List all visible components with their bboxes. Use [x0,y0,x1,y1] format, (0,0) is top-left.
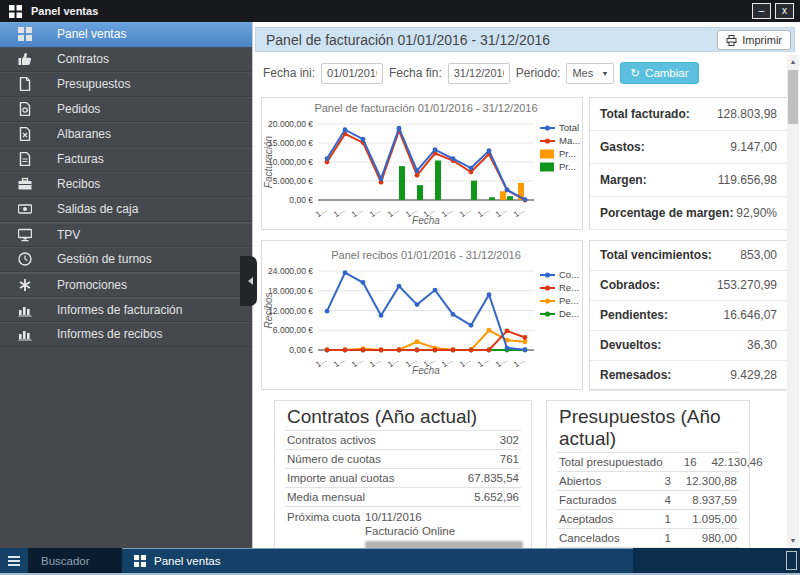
periodo-select[interactable]: Mes ▼ [566,63,614,84]
sidebar-item-panel-ventas[interactable]: Panel ventas [0,22,252,47]
printer-icon [726,35,737,46]
scroll-up-arrow-icon[interactable]: ▲ [787,55,799,68]
taskbar: Buscador Panel ventas [0,548,800,575]
stat-value: 16.646,07 [724,308,777,322]
y-axis-title: Facturación [263,135,274,188]
row-count: 3 [637,475,671,488]
stat-row: Devueltos: 36,30 [590,331,787,361]
taskbar-tab-panel-ventas[interactable]: Panel ventas [122,548,633,573]
fecha-ini-input[interactable] [321,63,383,84]
x-tick-label: 1... [368,355,382,369]
fecha-fin-label: Fecha fin: [389,66,442,80]
document-text-icon [18,152,32,166]
y-tick-label: 24.000,00 € [268,266,313,276]
data-point [415,339,420,344]
sidebar-item-tpv[interactable]: TPV [0,222,252,247]
sidebar-item-gesti-n-de-turnos[interactable]: Gestión de turnos [0,247,252,272]
data-point [325,348,330,353]
data-point [523,197,528,202]
row-amount: 8.937,59 [671,494,737,507]
legend-label: Ma... [559,135,580,146]
data-point [523,335,528,340]
sidebar-item-contratos[interactable]: Contratos [0,47,252,72]
sidebar-item-label: Recibos [57,177,100,191]
y-tick-label: 6.000,00 € [273,325,313,335]
sidebar-item-label: Presupuestos [57,77,130,91]
presupuestos-panel: Presupuestos (Año actual) Total presupue… [546,400,750,548]
legend-marker [545,285,550,290]
document-at-icon [18,102,32,116]
sidebar-item-informes-de-recibos[interactable]: Informes de recibos [0,322,252,347]
sidebar-item-albaranes[interactable]: Albaranes [0,122,252,147]
chevron-down-icon: ▼ [602,70,609,77]
line-series [327,273,525,350]
print-label: Imprimir [742,34,782,46]
y-tick-label: 15.000,00 € [268,138,313,148]
sidebar-item-salidas-de-caja[interactable]: Salidas de caja [0,197,252,222]
sidebar-item-presupuestos[interactable]: Presupuestos [0,72,252,97]
cash-icon [18,202,32,216]
data-point [451,348,456,353]
print-button[interactable]: Imprimir [717,30,791,50]
grid-icon [9,5,22,18]
x-axis-title: Fecha [412,215,440,226]
sidebar-item-label: Informes de recibos [57,327,162,341]
fecha-ini-label: Fecha ini: [263,66,315,80]
stat-label: Porcentage de margen: [600,206,733,220]
fecha-fin-input[interactable] [448,63,510,84]
sidebar-item-promociones[interactable]: Promociones [0,272,252,297]
bar [507,196,513,200]
data-point [343,348,348,353]
stat-label: Gastos: [600,140,645,154]
x-tick-label: 1... [386,205,400,219]
sidebar-collapse-handle[interactable] [240,256,257,306]
taskbar-corner-button[interactable] [786,551,797,570]
clock-icon [18,252,32,266]
x-tick-label: 1... [440,205,454,219]
table-row: Número de cuotas 761 [285,449,521,468]
scroll-down-arrow-icon[interactable]: ▼ [787,534,799,547]
sidebar-item-recibos[interactable]: Recibos [0,172,252,197]
x-tick-label: 1... [314,355,328,369]
x-tick-label: 1... [494,205,508,219]
sidebar-item-pedidos[interactable]: Pedidos [0,97,252,122]
periodo-value: Mes [572,67,593,79]
main-content: Panel de facturación 01/01/2016 - 31/12/… [252,22,800,548]
scrollbar-thumb[interactable] [788,70,798,124]
data-point [469,348,474,353]
row-label: Aceptados [559,513,637,526]
taskbar-tab-buscador[interactable]: Buscador [28,548,122,573]
legend-label: Pe... [559,295,579,306]
data-point [379,176,384,181]
data-point [325,309,330,314]
proxima-concept: Facturació Online [365,524,523,538]
sidebar-item-informes-de-facturaci-n[interactable]: Informes de facturación [0,297,252,322]
data-point [433,288,438,293]
document-icon [18,77,32,91]
stat-value: 153.270,99 [717,278,777,292]
stat-label: Pendientes: [600,308,668,322]
legend-marker [545,138,550,143]
vertical-scrollbar[interactable]: ▲ ▼ [787,55,799,547]
row-label: Media mensual [287,491,365,504]
minimize-button[interactable]: – [752,3,771,19]
data-point [397,284,402,289]
table-row: Aceptados 1 1.095,00 [557,509,739,528]
row-value: 761 [500,453,519,466]
cambiar-button[interactable]: ↻ Cambiar [620,62,698,84]
sidebar-item-label: Facturas [57,152,104,166]
stat-row: Cobrados: 153.270,99 [590,271,787,301]
recibos-stats-panel: Total vencimientos: 853,00Cobrados: 153.… [589,240,788,390]
table-row: Media mensual 5.652,96 [285,487,521,506]
data-point [343,127,348,132]
stat-label: Margen: [600,173,647,187]
data-point [469,166,474,171]
window-titlebar: Panel ventas – x [0,0,800,22]
sidebar-item-label: Albaranes [57,127,111,141]
bar-chart-icon [18,303,32,317]
data-point [433,147,438,152]
proxima-date: 10/11/2016 [365,510,523,524]
sidebar-item-facturas[interactable]: Facturas [0,147,252,172]
taskbar-menu-button[interactable] [0,548,28,573]
close-button[interactable]: x [775,3,794,19]
